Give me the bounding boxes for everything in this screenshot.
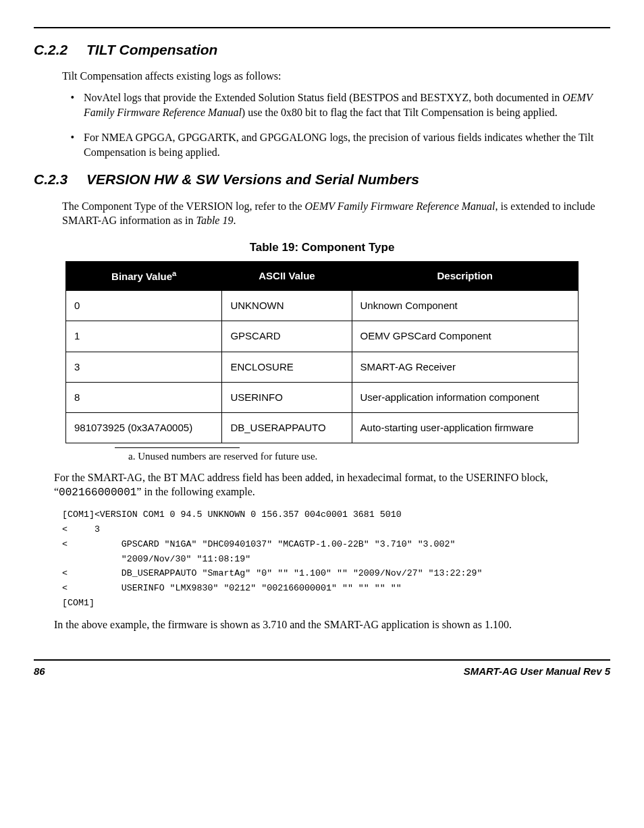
col-header-binary: Binary Valuea	[66, 261, 222, 290]
heading-title: TILT Compensation	[86, 40, 217, 59]
para-text: The Component Type of the VERSION log, r…	[62, 200, 305, 212]
list-item: NovAtel logs that provide the Extended S…	[80, 90, 603, 119]
cell-ascii: GPSCARD	[222, 321, 352, 352]
table-row: 0 UNKNOWN Unknown Component	[66, 291, 579, 321]
cell-ascii: USERINFO	[222, 382, 352, 412]
mono-text: 002166000001	[59, 487, 136, 499]
cell-binary: 981073925 (0x3A7A0005)	[66, 413, 222, 443]
section-paragraph: The Component Type of the VERSION log, r…	[62, 199, 603, 228]
para-text: .	[233, 215, 236, 226]
bullet-text-post: ) use the 0x80 bit to flag the fact that…	[242, 107, 558, 118]
cell-desc: OEMV GPSCard Component	[352, 321, 578, 352]
heading-number: C.2.3	[34, 170, 86, 189]
heading-c23: C.2.3 VERSION HW & SW Versions and Seria…	[34, 170, 610, 189]
heading-c22: C.2.2 TILT Compensation	[34, 40, 610, 59]
table-footnote: a. Unused numbers are reserved for futur…	[128, 449, 610, 463]
list-item: For NMEA GPGGA, GPGGARTK, and GPGGALONG …	[80, 130, 603, 159]
heading-title: VERSION HW & SW Versions and Serial Numb…	[86, 170, 419, 189]
cell-ascii: DB_USERAPPAUTO	[222, 413, 352, 443]
cell-binary: 3	[66, 352, 222, 382]
book-title: SMART-AG User Manual Rev 5	[464, 665, 610, 678]
bullet-text-pre: NovAtel logs that provide the Extended S…	[84, 92, 562, 103]
header-text: Binary Value	[111, 271, 172, 282]
table-header-row: Binary Valuea ASCII Value Description	[66, 261, 579, 290]
cell-desc: User-application information component	[352, 382, 578, 412]
table-row: 3 ENCLOSURE SMART-AG Receiver	[66, 352, 579, 382]
para-text: ” in the following example.	[136, 486, 255, 497]
component-type-table: Binary Valuea ASCII Value Description 0 …	[65, 261, 579, 444]
page-number: 86	[34, 665, 45, 678]
page-footer: 86 SMART-AG User Manual Rev 5	[34, 659, 610, 678]
cell-desc: Auto-starting user-application firmware	[352, 413, 578, 443]
after-table-paragraph: For the SMART-AG, the BT MAC address fie…	[54, 470, 603, 501]
cell-desc: Unknown Component	[352, 291, 578, 321]
table-row: 1 GPSCARD OEMV GPSCard Component	[66, 321, 579, 352]
bullet-list: NovAtel logs that provide the Extended S…	[62, 90, 603, 159]
para-em2: Table 19	[196, 215, 233, 226]
cell-binary: 0	[66, 291, 222, 321]
col-header-desc: Description	[352, 261, 578, 290]
cell-desc: SMART-AG Receiver	[352, 352, 578, 382]
cell-binary: 8	[66, 382, 222, 412]
bullet-text-pre: For NMEA GPGGA, GPGGARTK, and GPGGALONG …	[84, 132, 593, 158]
table-row: 8 USERINFO User-application information …	[66, 382, 579, 412]
code-block: [COM1]<VERSION COM1 0 94.5 UNKNOWN 0 156…	[62, 507, 610, 611]
header-sup: a	[172, 269, 176, 277]
col-header-ascii: ASCII Value	[222, 261, 352, 290]
heading-number: C.2.2	[34, 40, 86, 59]
para-em: OEMV Family Firmware Reference Manual	[305, 200, 495, 212]
table-row: 981073925 (0x3A7A0005) DB_USERAPPAUTO Au…	[66, 413, 579, 443]
cell-ascii: ENCLOSURE	[222, 352, 352, 382]
footnote-rule	[115, 447, 240, 448]
closing-paragraph: In the above example, the firmware is sh…	[54, 617, 603, 632]
cell-binary: 1	[66, 321, 222, 352]
intro-paragraph: Tilt Compensation affects existing logs …	[62, 69, 603, 84]
top-rule	[34, 27, 610, 28]
table-caption: Table 19: Component Type	[34, 240, 610, 256]
cell-ascii: UNKNOWN	[222, 291, 352, 321]
